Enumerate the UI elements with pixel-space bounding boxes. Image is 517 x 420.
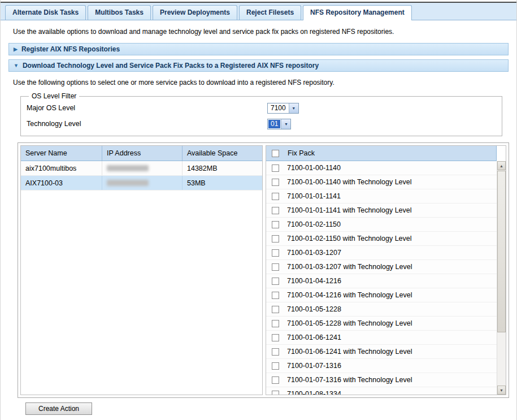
fixpack-checkbox[interactable]	[272, 221, 279, 228]
server-name-cell: AIX7100-03	[21, 176, 102, 190]
fixpack-checkbox[interactable]	[272, 362, 279, 370]
fixpack-checkbox[interactable]	[272, 164, 279, 172]
tab-multibos-tasks[interactable]: Multibos Tasks	[88, 5, 151, 20]
fixpack-row[interactable]: 7100-01-08-1334	[266, 387, 497, 395]
redacted-ip	[107, 180, 149, 186]
tab-alternate-disk-tasks[interactable]: Alternate Disk Tasks	[5, 5, 86, 20]
scrollbar-thumb[interactable]	[497, 171, 506, 332]
fixpack-checkbox[interactable]	[272, 320, 279, 327]
tab-bar: Alternate Disk Tasks Multibos Tasks Prev…	[1, 3, 516, 20]
collapsed-arrow-icon: ▶	[14, 47, 18, 52]
server-space-cell: 14382MB	[183, 161, 262, 175]
fixpack-table: Fix Pack 7100-01-00-1140 7100-01-00-1140…	[266, 145, 506, 395]
select-all-checkbox[interactable]	[272, 150, 279, 157]
page: Alternate Disk Tasks Multibos Tasks Prev…	[0, 0, 517, 420]
section-download-header[interactable]: ▼ Download Technology Level and Service …	[8, 59, 509, 72]
fixpack-row[interactable]: 7100-01-04-1216 with Technology Level	[266, 288, 497, 302]
server-name-cell: aix7100multibos	[21, 161, 102, 175]
fixpack-row[interactable]: 7100-01-05-1228 with Technology Level	[266, 317, 497, 331]
fixpack-row[interactable]: 7100-01-07-1316	[266, 359, 497, 373]
intro-text: Use the available options to download an…	[13, 28, 509, 36]
fixpack-checkbox[interactable]	[272, 334, 279, 341]
column-header-available-space: Available Space	[183, 146, 262, 161]
fixpack-row[interactable]: 7100-01-03-1207 with Technology Level	[266, 260, 497, 274]
fixpack-row[interactable]: 7100-01-07-1316 with Technology Level	[266, 373, 497, 387]
fixpack-row[interactable]: 7100-01-00-1140	[266, 161, 497, 175]
repository-tables-container: Server Name IP Address Available Space a…	[18, 142, 509, 398]
technology-level-value: 01	[268, 120, 280, 128]
server-table-header: Server Name IP Address Available Space	[21, 146, 262, 161]
column-header-server-name: Server Name	[21, 146, 102, 161]
fixpack-checkbox[interactable]	[272, 207, 279, 214]
instruction-text: Use the following options to select one …	[13, 79, 509, 86]
fixpack-checkbox[interactable]	[272, 348, 279, 356]
os-level-filter-group: OS Level Filter Major OS Level 7100 ▼ Te…	[20, 92, 502, 136]
server-ip-cell	[102, 176, 183, 190]
fixpack-checkbox[interactable]	[272, 306, 279, 313]
expanded-arrow-icon: ▼	[14, 63, 19, 68]
fixpack-label: 7100-01-03-1207 with Technology Level	[287, 263, 412, 271]
fixpack-label: 7100-01-04-1216	[287, 277, 341, 285]
dropdown-arrow-icon[interactable]: ▼	[281, 119, 290, 129]
scroll-up-icon[interactable]: ▲	[497, 161, 506, 170]
column-header-fix-pack: Fix Pack	[288, 149, 315, 157]
fixpack-checkbox[interactable]	[272, 179, 279, 186]
fixpack-label: 7100-01-01-1141 with Technology Level	[287, 206, 412, 214]
fixpack-checkbox[interactable]	[272, 292, 279, 299]
server-row-selected[interactable]: AIX7100-03 53MB	[21, 176, 262, 190]
major-os-level-label: Major OS Level	[27, 104, 267, 112]
section-download-label: Download Technology Level and Service Pa…	[23, 62, 319, 70]
major-os-level-select[interactable]: 7100 ▼	[267, 103, 299, 114]
fixpack-list: 7100-01-00-1140 7100-01-00-1140 with Tec…	[266, 161, 497, 395]
section-register-header[interactable]: ▶ Register AIX NFS Repositories	[8, 43, 509, 55]
server-ip-cell	[102, 161, 183, 175]
fixpack-label: 7100-01-00-1140 with Technology Level	[287, 178, 412, 186]
fixpack-label: 7100-01-07-1316 with Technology Level	[287, 376, 412, 384]
fixpack-label: 7100-01-00-1140	[287, 164, 341, 172]
fixpack-checkbox[interactable]	[272, 193, 279, 200]
fixpack-row[interactable]: 7100-01-06-1241 with Technology Level	[266, 345, 497, 359]
tab-nfs-repository-management[interactable]: NFS Repository Management	[303, 5, 412, 20]
fixpack-row[interactable]: 7100-01-02-1150	[266, 218, 497, 232]
scroll-down-icon[interactable]: ▼	[497, 386, 506, 395]
fixpack-label: 7100-01-03-1207	[287, 249, 341, 257]
server-row[interactable]: aix7100multibos 14382MB	[21, 161, 262, 176]
column-header-ip-address: IP Address	[102, 146, 183, 161]
fixpack-checkbox[interactable]	[272, 278, 279, 285]
fixpack-label: 7100-01-04-1216 with Technology Level	[287, 291, 412, 299]
fixpack-row[interactable]: 7100-01-03-1207	[266, 246, 497, 260]
fixpack-checkbox[interactable]	[272, 391, 279, 395]
tab-reject-filesets[interactable]: Reject Filesets	[239, 5, 301, 20]
fixpack-label: 7100-01-07-1316	[287, 362, 341, 370]
technology-level-select[interactable]: 01 ▼	[267, 119, 291, 129]
redacted-ip	[107, 165, 149, 171]
fixpack-row[interactable]: 7100-01-04-1216	[266, 274, 497, 288]
fixpack-checkbox[interactable]	[272, 249, 279, 257]
fixpack-checkbox[interactable]	[272, 235, 279, 243]
os-level-filter-legend: OS Level Filter	[29, 92, 79, 100]
section-register-label: Register AIX NFS Repositories	[21, 45, 120, 53]
fixpack-label: 7100-01-02-1150	[287, 220, 341, 228]
fixpack-checkbox[interactable]	[272, 263, 279, 271]
fixpack-row[interactable]: 7100-01-06-1241	[266, 331, 497, 345]
content-area: Use the available options to download an…	[1, 20, 516, 415]
fixpack-scrollbar[interactable]: ▲ ▼	[497, 161, 506, 395]
fixpack-label: 7100-01-06-1241 with Technology Level	[287, 348, 412, 356]
fixpack-row[interactable]: 7100-01-02-1150 with Technology Level	[266, 232, 497, 246]
fixpack-label: 7100-01-02-1150 with Technology Level	[287, 235, 412, 243]
technology-level-label: Technology Level	[27, 120, 267, 128]
fixpack-label: 7100-01-06-1241	[287, 334, 341, 341]
fixpack-checkbox[interactable]	[272, 376, 279, 384]
create-action-button[interactable]: Create Action	[25, 402, 92, 415]
dropdown-arrow-icon[interactable]: ▼	[289, 103, 298, 113]
server-space-cell: 53MB	[183, 176, 262, 190]
fixpack-row[interactable]: 7100-01-01-1141	[266, 189, 497, 203]
fixpack-label: 7100-01-08-1334	[287, 390, 341, 395]
fixpack-row[interactable]: 7100-01-05-1228	[266, 302, 497, 317]
fixpack-row[interactable]: 7100-01-01-1141 with Technology Level	[266, 203, 497, 218]
fixpack-row[interactable]: 7100-01-00-1140 with Technology Level	[266, 175, 497, 189]
major-os-level-value: 7100	[268, 103, 289, 113]
tab-preview-deployments[interactable]: Preview Deployments	[153, 5, 237, 20]
major-os-level-row: Major OS Level 7100 ▼	[27, 100, 496, 116]
technology-level-row: Technology Level 01 ▼	[27, 116, 496, 132]
